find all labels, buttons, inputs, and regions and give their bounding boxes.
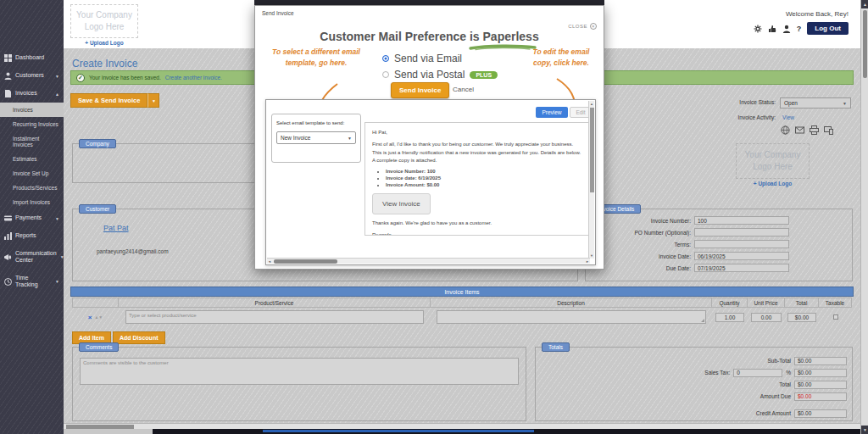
- modal-cancel-button[interactable]: Cancel: [453, 86, 474, 93]
- taxable-checkbox[interactable]: [833, 314, 838, 320]
- logo-line2: Logo Here: [71, 21, 137, 33]
- invoice-logo-placeholder[interactable]: Your Company Logo Here: [736, 143, 810, 179]
- sidebar-subitem-estimates[interactable]: Estimates: [0, 152, 64, 166]
- panel-vertical-scrollbar[interactable]: ▲ ▼: [588, 101, 594, 259]
- save-send-dropdown-button[interactable]: ▼: [147, 93, 159, 108]
- terms-input[interactable]: [694, 240, 789, 248]
- invoice-status-select[interactable]: Open ▼: [780, 97, 851, 108]
- comments-input[interactable]: Comments are visible to the customer: [80, 358, 519, 385]
- sidebar-item-reports[interactable]: Reports: [0, 227, 64, 245]
- sidebar-subitem-recurring-invoices[interactable]: Recurring Invoices: [0, 117, 64, 131]
- total-label: Total: [779, 381, 791, 387]
- radio-selected-icon[interactable]: [382, 55, 389, 62]
- sidebar-subitem-invoice-set-up[interactable]: Invoice Set Up: [0, 166, 64, 181]
- invoice-number-input[interactable]: 100: [694, 216, 789, 225]
- email-bullet: Invoice Number: 100: [386, 169, 584, 174]
- scroll-right-arrow[interactable]: ►: [586, 259, 589, 264]
- vertical-scrollbar[interactable]: ▲ ▼: [860, 0, 868, 434]
- printer-icon[interactable]: [810, 125, 819, 135]
- add-discount-button[interactable]: Add Discount: [113, 331, 165, 344]
- sidebar-subitem-products-services[interactable]: Products/Services: [0, 181, 64, 195]
- email-closing: Regards,: [372, 231, 584, 236]
- scroll-left-arrow[interactable]: ◄: [268, 259, 271, 264]
- template-select[interactable]: New Invoice ▼: [276, 131, 356, 144]
- sidebar-subitem-import-invoices[interactable]: Import Invoices: [0, 195, 64, 209]
- panel-horizontal-scrollbar[interactable]: ◄ ►: [267, 258, 590, 264]
- send-invoice-modal: Send Invoice CLOSE × Customer Mail Prefe…: [254, 5, 604, 270]
- col-taxable: Taxable: [819, 298, 852, 308]
- sidebar-item-customers[interactable]: Customers ▼: [0, 67, 64, 85]
- col-product-service: Product/Service: [119, 298, 431, 308]
- sidebar-label: Reports: [15, 232, 59, 239]
- globe-icon[interactable]: [781, 125, 790, 135]
- sidebar-item-payments[interactable]: Payments ▼: [0, 209, 64, 227]
- thumbs-up-icon[interactable]: [768, 25, 776, 33]
- scrollbar-thumb[interactable]: [274, 259, 337, 264]
- scroll-down-arrow[interactable]: ▼: [590, 253, 593, 258]
- description-input[interactable]: [437, 310, 706, 324]
- horizontal-scrollbar[interactable]: [64, 423, 860, 429]
- upload-logo-link[interactable]: + Upload Logo: [70, 40, 138, 46]
- due-date-input[interactable]: 07/19/2025: [694, 264, 789, 272]
- resize-handle[interactable]: [701, 319, 704, 322]
- header-icon-row: ? Log Out: [754, 22, 849, 35]
- email-paragraph-2: Thanks again. We're glad to have you as …: [372, 220, 584, 227]
- sales-tax-label: Sales Tax:: [704, 370, 730, 376]
- chevron-down-icon: ▼: [348, 136, 352, 141]
- sidebar-subitem-invoices[interactable]: Invoices: [0, 103, 64, 117]
- upload-logo-link[interactable]: + Upload Logo: [736, 181, 810, 186]
- help-icon[interactable]: ?: [797, 25, 802, 33]
- chevron-down-icon: ▼: [55, 216, 59, 221]
- send-via-email-option[interactable]: Send via Email: [382, 53, 498, 64]
- po-number-input[interactable]: [694, 228, 789, 236]
- invoice-activity-view-link[interactable]: View: [782, 114, 794, 120]
- send-invoice-modal-wrap: Send Invoice CLOSE × Customer Mail Prefe…: [254, 0, 604, 270]
- view-invoice-button[interactable]: View Invoice: [372, 193, 431, 214]
- scrollbar-thumb[interactable]: [590, 108, 594, 192]
- scrollbar-thumb[interactable]: [863, 10, 867, 78]
- col-total: Total: [785, 298, 819, 308]
- product-service-input[interactable]: Type or select product/service: [125, 310, 424, 324]
- amount-due-label: Amount Due: [760, 393, 791, 399]
- user-icon[interactable]: [782, 25, 791, 33]
- sidebar-label: Customers: [15, 72, 52, 79]
- create-another-invoice-link[interactable]: Create another invoice.: [165, 75, 222, 81]
- modal-close-button[interactable]: CLOSE ×: [568, 23, 597, 30]
- customers-icon: [4, 72, 12, 80]
- preview-tab[interactable]: Preview: [536, 107, 568, 118]
- chevron-down-icon: ▼: [843, 101, 847, 106]
- total-value: $0.00: [794, 381, 847, 389]
- radio-unselected-icon[interactable]: [382, 71, 389, 78]
- scroll-up-arrow[interactable]: ▲: [590, 102, 593, 106]
- col-quantity: Quantity: [712, 298, 748, 308]
- gear-icon[interactable]: [754, 25, 762, 33]
- customer-badge: Customer: [79, 204, 116, 214]
- sidebar-subitem-installment-invoices[interactable]: Installment Invoices: [0, 131, 64, 152]
- scroll-down-arrow[interactable]: ▼: [861, 426, 868, 434]
- sidebar-item-invoices[interactable]: Invoices ▲: [0, 85, 64, 103]
- sidebar-label: Payments: [15, 214, 52, 221]
- scroll-up-arrow[interactable]: ▲: [861, 0, 868, 8]
- reorder-icon[interactable]: ▲▼: [94, 314, 103, 320]
- sidebar-item-communication-center[interactable]: Communication Center ▼: [0, 245, 64, 270]
- logout-button[interactable]: Log Out: [807, 22, 849, 35]
- email-icon[interactable]: [795, 125, 804, 135]
- unit-price-input[interactable]: 0.00: [751, 313, 782, 322]
- invoice-date-input[interactable]: 06/19/2025: [694, 252, 789, 260]
- sidebar-item-time-tracking[interactable]: Time Tracking ▼: [0, 270, 64, 294]
- quantity-input[interactable]: 1.00: [715, 313, 744, 322]
- payments-icon: [4, 214, 12, 222]
- sidebar-label: Communication Center: [15, 250, 57, 264]
- sales-tax-rate-input[interactable]: 0: [733, 369, 782, 377]
- customer-name-link[interactable]: Pat Pat: [103, 224, 129, 232]
- invoice-status-value: Open: [784, 100, 798, 106]
- send-via-postal-option[interactable]: Send via Postal PLUS: [382, 69, 498, 81]
- modal-send-invoice-button[interactable]: Send Invoice: [391, 82, 449, 98]
- save-send-invoice-button[interactable]: Save & Send Invoice: [70, 93, 147, 108]
- remove-row-icon[interactable]: ×: [88, 314, 92, 321]
- clock-icon: [4, 278, 12, 286]
- scrollbar-thumb[interactable]: [66, 425, 134, 429]
- sidebar-item-dashboard[interactable]: Dashboard: [0, 49, 64, 67]
- devices-icon[interactable]: [824, 125, 833, 135]
- company-logo-placeholder[interactable]: Your Company Logo Here: [70, 4, 138, 38]
